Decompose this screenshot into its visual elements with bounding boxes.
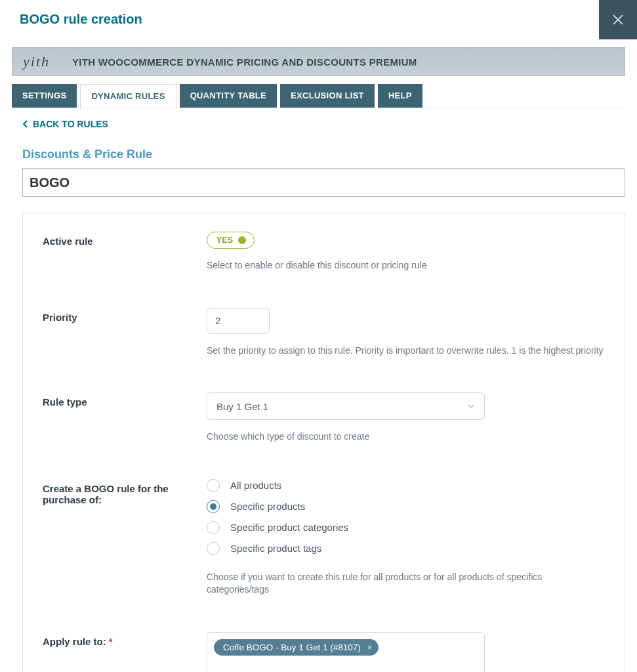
active-rule-help: Select to enable or disable this discoun… [207,259,605,272]
active-rule-toggle[interactable]: YES [207,232,255,249]
tab-dynamic-rules[interactable]: DYNAMIC RULES [80,84,176,108]
radio-icon [207,479,220,492]
toggle-dot-icon [238,236,246,244]
bogo-for-label: Create a BOGO rule for the purchase of: [43,479,180,505]
back-link-text: BACK TO RULES [33,119,108,129]
close-icon [611,12,625,27]
chip-remove-icon[interactable]: × [367,642,373,652]
radio-specific-tags[interactable]: Specific product tags [207,542,605,555]
chevron-left-icon [22,119,29,129]
radio-label: Specific products [230,501,305,512]
radio-icon [207,500,220,513]
back-to-rules-link[interactable]: BACK TO RULES [12,108,625,129]
radio-specific-products[interactable]: Specific products [207,500,605,513]
selected-product-chip: Coffe BOGO - Buy 1 Get 1 (#8107) × [214,639,379,656]
chevron-down-icon [467,401,475,412]
rule-name-input[interactable] [22,168,625,197]
priority-input[interactable] [207,308,270,334]
radio-label: Specific product categories [230,522,348,533]
tab-settings[interactable]: SETTINGS [12,84,77,108]
apply-to-label: Apply rule to: * [43,632,180,647]
active-rule-label: Active rule [43,232,180,247]
radio-label: Specific product tags [230,543,321,554]
rule-type-value: Buy 1 Get 1 [216,401,268,412]
bogo-for-help: Choose if you want to create this rule f… [207,571,605,597]
yith-logo: yith [23,53,49,70]
chip-text: Coffe BOGO - Buy 1 Get 1 (#8107) [223,642,361,652]
plugin-header-bar: yith YITH WOOCOMMERCE DYNAMIC PRICING AN… [12,47,625,76]
tab-help[interactable]: HELP [378,84,422,108]
radio-icon [207,521,220,534]
priority-help: Set the priority to assign to this rule.… [207,345,605,358]
rule-type-label: Rule type [43,392,180,408]
radio-label: All products [230,480,281,491]
close-button[interactable] [599,0,637,39]
rule-type-help: Choose which type of discount to create [207,430,605,444]
radio-specific-categories[interactable]: Specific product categories [207,521,605,534]
section-title: Discounts & Price Rule [12,129,625,168]
radio-icon [207,542,220,555]
tab-quantity-table[interactable]: QUANTITY TABLE [180,84,277,108]
plugin-name: YITH WOOCOMMERCE DYNAMIC PRICING AND DIS… [72,56,417,68]
apply-to-product-select[interactable]: Coffe BOGO - Buy 1 Get 1 (#8107) × [207,632,485,672]
tabs: SETTINGS DYNAMIC RULES QUANTITY TABLE EX… [12,84,625,108]
modal-title: BOGO rule creation [0,0,142,27]
toggle-text: YES [216,236,233,245]
priority-label: Priority [43,308,180,323]
tab-exclusion-list[interactable]: EXCLUSION LIST [280,84,375,108]
required-marker: * [109,636,113,647]
radio-all-products[interactable]: All products [207,479,605,492]
rule-type-select[interactable]: Buy 1 Get 1 [207,392,485,420]
